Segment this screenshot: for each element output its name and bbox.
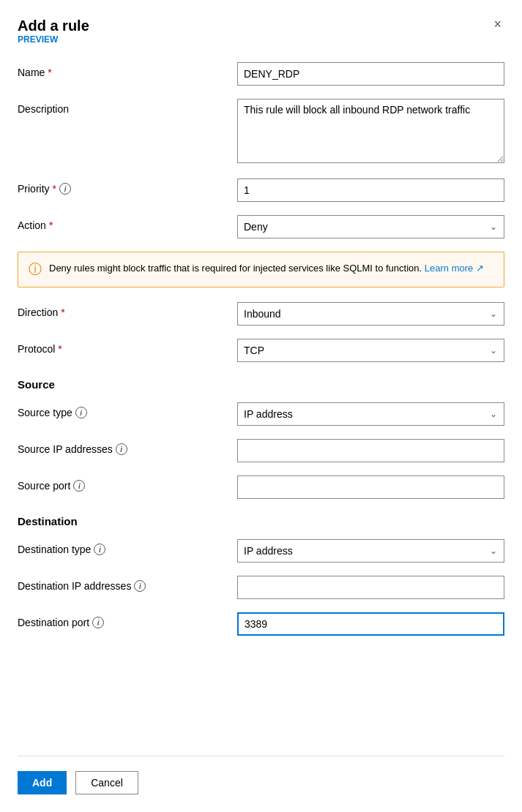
protocol-row: Protocol * Any TCP UDP ICMP ⌄: [18, 339, 504, 362]
description-label: Description: [18, 99, 237, 115]
source-ip-row: Source IP addresses i: [18, 439, 504, 462]
dest-port-input[interactable]: [237, 612, 504, 636]
protocol-select[interactable]: Any TCP UDP ICMP: [237, 339, 504, 362]
warning-text: Deny rules might block traffic that is r…: [49, 261, 484, 276]
action-select[interactable]: Allow Deny: [237, 215, 504, 238]
action-row: Action * Allow Deny ⌄: [18, 215, 504, 238]
preview-label: PREVIEW: [18, 34, 89, 45]
dialog-footer: Add Cancel: [18, 756, 504, 812]
dest-port-label: Destination port i: [18, 612, 237, 628]
direction-select[interactable]: Inbound Outbound: [237, 302, 504, 326]
source-port-label: Source port i: [18, 475, 237, 492]
dest-type-label: Destination type i: [18, 539, 237, 555]
source-port-info-icon: i: [73, 480, 85, 492]
protocol-control: Any TCP UDP ICMP ⌄: [237, 339, 504, 362]
dest-type-control: IP address Service tag Application secur…: [237, 539, 504, 563]
dest-ip-control: [237, 576, 504, 599]
source-ip-label: Source IP addresses i: [18, 439, 237, 455]
source-type-control: IP address Service tag Application secur…: [237, 402, 504, 426]
priority-info-icon: i: [59, 183, 71, 195]
priority-control: [237, 178, 504, 202]
source-type-info-icon: i: [75, 407, 87, 418]
source-type-select-wrap: IP address Service tag Application secur…: [237, 402, 504, 426]
direction-select-wrap: Inbound Outbound ⌄: [237, 302, 504, 326]
name-input[interactable]: [237, 62, 504, 86]
protocol-label: Protocol *: [18, 339, 237, 355]
source-port-input[interactable]: [237, 475, 504, 499]
dest-ip-row: Destination IP addresses i: [18, 576, 504, 599]
dest-type-select-wrap: IP address Service tag Application secur…: [237, 539, 504, 563]
dest-port-info-icon: i: [92, 617, 104, 628]
add-button[interactable]: Add: [18, 771, 67, 794]
dest-type-row: Destination type i IP address Service ta…: [18, 539, 504, 563]
dest-ip-input[interactable]: [237, 576, 504, 599]
action-label: Action *: [18, 215, 237, 231]
source-port-control: [237, 475, 504, 499]
learn-more-link[interactable]: Learn more ↗: [425, 263, 484, 274]
description-row: Description This rule will block all inb…: [18, 99, 504, 165]
dialog-header: Add a rule PREVIEW ×: [18, 18, 504, 59]
source-ip-input[interactable]: [237, 439, 504, 462]
dest-port-row: Destination port i: [18, 612, 504, 636]
description-control: This rule will block all inbound RDP net…: [237, 99, 504, 165]
external-link-icon: ↗: [476, 263, 484, 274]
warning-icon: ⓘ: [29, 260, 42, 278]
add-rule-dialog: Add a rule PREVIEW × Name * Description …: [0, 0, 522, 812]
priority-row: Priority * i: [18, 178, 504, 202]
source-ip-control: [237, 439, 504, 462]
dest-type-info-icon: i: [94, 544, 105, 555]
action-select-wrap: Allow Deny ⌄: [237, 215, 504, 238]
direction-label: Direction *: [18, 302, 237, 318]
dest-ip-info-icon: i: [134, 580, 146, 592]
close-button[interactable]: ×: [491, 18, 504, 31]
destination-heading: Destination: [18, 515, 504, 527]
dest-ip-label: Destination IP addresses i: [18, 576, 237, 592]
action-control: Allow Deny ⌄: [237, 215, 504, 238]
direction-row: Direction * Inbound Outbound ⌄: [18, 302, 504, 326]
source-type-row: Source type i IP address Service tag App…: [18, 402, 504, 426]
name-label: Name *: [18, 62, 237, 78]
dialog-title: Add a rule: [18, 18, 89, 34]
warning-box: ⓘ Deny rules might block traffic that is…: [18, 252, 504, 287]
name-row: Name *: [18, 62, 504, 86]
source-type-select[interactable]: IP address Service tag Application secur…: [237, 402, 504, 426]
description-input[interactable]: This rule will block all inbound RDP net…: [237, 99, 504, 163]
protocol-select-wrap: Any TCP UDP ICMP ⌄: [237, 339, 504, 362]
direction-control: Inbound Outbound ⌄: [237, 302, 504, 326]
source-port-row: Source port i: [18, 475, 504, 499]
priority-input[interactable]: [237, 178, 504, 202]
name-required: *: [48, 67, 51, 78]
dest-type-select[interactable]: IP address Service tag Application secur…: [237, 539, 504, 563]
priority-label: Priority * i: [18, 178, 237, 195]
name-control: [237, 62, 504, 86]
source-heading: Source: [18, 378, 504, 391]
source-type-label: Source type i: [18, 402, 237, 418]
cancel-button[interactable]: Cancel: [75, 771, 138, 794]
source-ip-info-icon: i: [116, 443, 127, 455]
dest-port-control: [237, 612, 504, 636]
